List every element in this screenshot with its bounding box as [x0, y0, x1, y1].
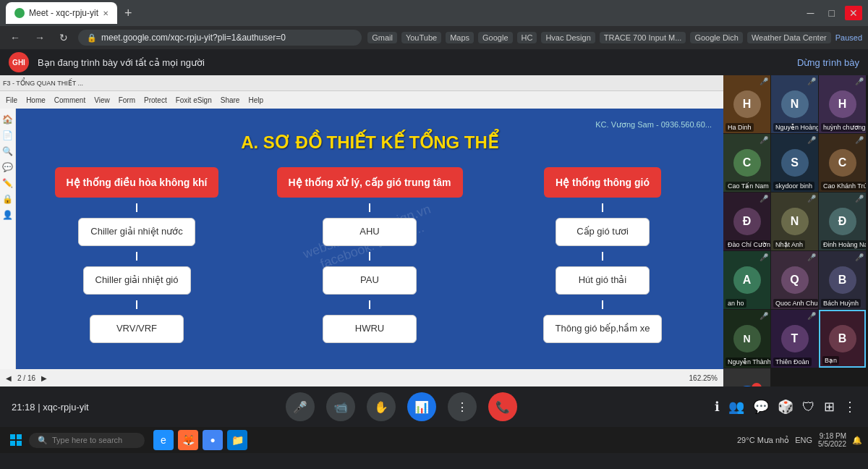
pdf-menu-share[interactable]: Share: [218, 95, 243, 106]
video-cell-huynh-chuong: H huỳnh chương 🎤: [819, 75, 866, 133]
start-btn[interactable]: [6, 430, 26, 450]
pdf-search-icon[interactable]: 🔍: [2, 146, 13, 156]
name-quoc-anh: Quoc Anh Chu Đa...: [773, 299, 818, 308]
video-row-3: Đ Đào Chí Cường 🎤 N Nhật Anh 🎤 Đ Đinh Ho…: [723, 193, 868, 250]
slide-title: A. SƠ ĐỒ THIẾT KẾ TỔNG THỂ: [27, 132, 712, 153]
emoji-btn[interactable]: ✋: [367, 392, 396, 421]
pdf-menu-view[interactable]: View: [91, 95, 113, 106]
taskbar-chrome[interactable]: ●: [203, 430, 223, 450]
video-cell-cao-khanh-truc: C Cao Khánh Trúc 🎤: [819, 134, 866, 192]
video-cell-ha-dinh: H Ha Dinh 🎤: [723, 75, 770, 133]
video-cell-16-nguoi-khac: H 34 16 người khác: [723, 368, 770, 386]
notification-bell[interactable]: 🔔: [852, 436, 862, 445]
taskbar-edge[interactable]: e: [153, 430, 174, 450]
camera-toggle-btn[interactable]: 📹: [326, 392, 355, 421]
record-button[interactable]: GHI: [9, 52, 29, 72]
pdf-menu-form[interactable]: Form: [116, 95, 138, 106]
video-row-5: N Nguyễn Thành Phát 🎤 T Thiên Đoàn 🎤 B B…: [723, 310, 868, 368]
close-btn[interactable]: ✕: [845, 6, 862, 20]
pdf-menu-comment[interactable]: Comment: [51, 95, 88, 106]
pdf-lock-icon[interactable]: 🔒: [2, 194, 13, 204]
meeting-controls: 🎤 📹 ✋ 📊 ⋮ 📞: [286, 392, 517, 421]
avatar-huynh-chuong: H: [829, 90, 856, 118]
bookmark-youtube[interactable]: YouTube: [401, 32, 441, 43]
pdf-menu-protect[interactable]: Protect: [141, 95, 170, 106]
col3-connector2: [602, 252, 603, 261]
meeting-sidebar-btns: ℹ 👥 💬 🎲 🛡 ⊞ ⋮: [715, 399, 856, 415]
col1-connector3: [136, 300, 137, 309]
paused-indicator[interactable]: Paused: [835, 33, 862, 42]
new-tab-btn[interactable]: +: [120, 6, 137, 21]
bookmark-weather[interactable]: Weather Data Center: [747, 32, 831, 43]
pdf-comment-icon[interactable]: 💬: [2, 162, 13, 172]
bookmark-maps[interactable]: Maps: [446, 32, 474, 43]
bookmark-google-dich[interactable]: Google Dich: [690, 32, 743, 43]
reload-btn[interactable]: ↻: [55, 30, 72, 45]
video-cell-nhat-anh: N Nhật Anh 🎤: [771, 193, 818, 250]
tabs: Meet - xqc-rpju-yit ✕ +: [6, 2, 137, 24]
diagram: Hệ thống điều hòa không khí Chiller giải…: [27, 167, 712, 343]
minimize-btn[interactable]: ─: [803, 6, 819, 20]
name-thien-doan: Thiên Đoàn: [773, 358, 812, 366]
mic-toggle-btn[interactable]: 🎤: [286, 392, 315, 421]
col3-connector3: [602, 300, 603, 309]
forward-btn[interactable]: →: [30, 30, 49, 45]
col3: Hệ thống thông gió Cấp gió tươi Hút gió …: [493, 167, 712, 343]
info-btn[interactable]: ℹ: [715, 399, 720, 415]
taskbar-firefox[interactable]: 🦊: [178, 430, 198, 450]
next-page-btn[interactable]: ▶: [41, 374, 47, 382]
participants-btn[interactable]: 👥: [728, 399, 744, 415]
more-options-btn[interactable]: ⋮: [448, 392, 477, 421]
main-content: F3 - TỔNG QUAN THIẾT ... File Home Comme…: [0, 75, 868, 386]
safety-btn[interactable]: 🛡: [802, 400, 815, 415]
chat-btn[interactable]: 💬: [753, 399, 769, 415]
tab-title: Meet - xqc-rpju-yit: [29, 8, 98, 18]
taskbar-search-box[interactable]: 🔍 Type here to search: [29, 433, 145, 448]
bookmark-trace[interactable]: TRACE 700 Input M...: [600, 32, 686, 43]
grid-btn[interactable]: ⊞: [824, 399, 835, 415]
pdf-menu-foxiteSign[interactable]: Foxit eSign: [173, 95, 215, 106]
taskbar-date: 5/5/2022: [818, 440, 846, 448]
col1-connector2: [136, 252, 137, 261]
name-dinh-hoang-nam: Đinh Hoàng Nam: [821, 240, 866, 249]
meeting-id: xqc-rpju-yit: [43, 402, 89, 413]
active-tab[interactable]: Meet - xqc-rpju-yit ✕: [6, 2, 117, 24]
bookmark-hvac[interactable]: Hvac Design: [541, 32, 595, 43]
col2-connector3: [369, 300, 370, 309]
bookmark-hc[interactable]: HC: [517, 32, 537, 43]
pdf-bookmark-icon[interactable]: 📄: [2, 130, 13, 140]
stop-presenting-btn[interactable]: Dừng trình bày: [797, 57, 859, 68]
taskbar-pinned-apps: e 🦊 ● 📁: [153, 430, 247, 450]
bookmark-google[interactable]: Google: [478, 32, 512, 43]
present-btn[interactable]: 📊: [407, 392, 436, 421]
notification-bar: GHI Bạn đang trình bày với tất cả mọi ng…: [0, 49, 868, 75]
svg-rect-1: [17, 434, 22, 439]
more-btn[interactable]: ⋮: [843, 399, 856, 415]
end-call-btn[interactable]: 📞: [488, 392, 517, 421]
pdf-bottom-bar: ◀ 2 / 16 ▶ 162.25%: [0, 369, 723, 386]
maximize-btn[interactable]: □: [825, 6, 839, 20]
mic-dao-chi-cuong: 🎤: [760, 195, 768, 203]
pdf-menu-home[interactable]: Home: [23, 95, 48, 106]
pdf-home-icon[interactable]: 🏠: [2, 114, 13, 124]
col1-item1: Chiller giải nhiệt nước: [78, 218, 195, 246]
pdf-annotation-icon[interactable]: ✏️: [2, 178, 13, 188]
video-row-4: A an ho 🎤 Q Quoc Anh Chu Đa... 🎤 B Bách …: [723, 251, 868, 309]
activities-btn[interactable]: 🎲: [778, 399, 793, 415]
back-btn[interactable]: ←: [6, 30, 25, 45]
pdf-menu-help[interactable]: Help: [245, 95, 266, 106]
url-field[interactable]: 🔒 meet.google.com/xqc-rpju-yit?pli=1&aut…: [78, 30, 362, 46]
avatar-thien-doan: T: [781, 325, 809, 352]
tab-close-btn[interactable]: ✕: [103, 9, 109, 17]
address-bar: ← → ↻ 🔒 meet.google.com/xqc-rpju-yit?pli…: [0, 26, 868, 49]
presenting-message: Bạn đang trình bày với tất cả mọi người: [38, 57, 205, 68]
mic-nguyen-hoang: 🎤: [807, 77, 816, 85]
avatar-skydoor: S: [781, 149, 809, 177]
prev-page-btn[interactable]: ◀: [6, 374, 12, 382]
taskbar-right: 29°C Mưa nhỏ ENG 9:18 PM 5/5/2022 🔔: [737, 432, 862, 448]
pdf-menu-file[interactable]: File: [3, 95, 20, 106]
bookmark-gmail[interactable]: Gmail: [367, 32, 397, 43]
taskbar-explorer[interactable]: 📁: [227, 430, 247, 450]
name-ha-dinh: Ha Dinh: [726, 123, 754, 132]
pdf-person-icon[interactable]: 👤: [2, 210, 13, 220]
